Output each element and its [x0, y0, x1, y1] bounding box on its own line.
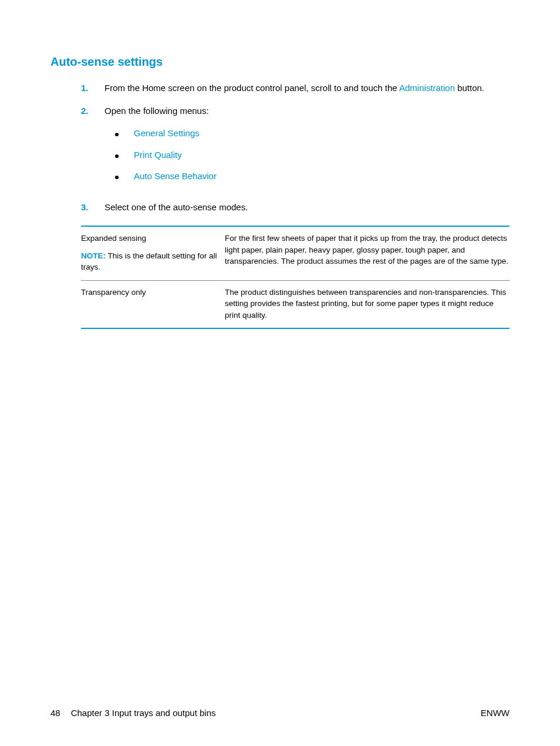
mode-note: NOTE: This is the default setting for al… [81, 250, 219, 273]
step-text: Open the following menus: General Settin… [104, 105, 510, 191]
step-2: 2. Open the following menus: General Set… [81, 105, 510, 191]
footer-right: ENWW [481, 708, 510, 718]
bullet-label: General Settings [134, 127, 200, 140]
page-number: 48 [50, 708, 60, 718]
mode-description: The product distinguishes between transp… [225, 287, 510, 321]
note-label: NOTE: [81, 251, 106, 260]
bullet-icon [115, 133, 119, 136]
bullet-icon [115, 176, 119, 179]
table-row: Expanded sensing NOTE: This is the defau… [81, 227, 510, 281]
step-number: 2. [81, 105, 104, 191]
bullet-icon [115, 154, 119, 158]
step-3: 3. Select one of the auto-sense modes. [81, 201, 510, 214]
mode-cell: Expanded sensing NOTE: This is the defau… [81, 233, 225, 273]
step-number: 1. [81, 82, 104, 95]
submenu-list: General Settings Print Quality Auto Sens… [115, 127, 510, 183]
page-footer: 48 Chapter 3 Input trays and output bins… [50, 708, 510, 718]
bullet-label: Print Quality [134, 149, 182, 162]
step-1-post: button. [455, 83, 484, 93]
bullet-label: Auto Sense Behavior [134, 170, 217, 183]
step-1: 1. From the Home screen on the product c… [81, 82, 510, 95]
step-text: From the Home screen on the product cont… [104, 82, 510, 95]
mode-description: For the first few sheets of paper that i… [225, 233, 510, 273]
step-3-pre: Select one of the auto-sense modes. [104, 202, 248, 212]
bullet-auto-sense-behavior: Auto Sense Behavior [115, 170, 510, 183]
step-2-pre: Open the following menus: [104, 106, 209, 116]
administration-term: Administration [399, 83, 455, 93]
chapter-title: Chapter 3 Input trays and output bins [71, 708, 216, 718]
mode-name: Transparency only [81, 287, 219, 298]
mode-cell: Transparency only [81, 287, 225, 321]
bullet-general-settings: General Settings [115, 127, 510, 140]
step-1-pre: From the Home screen on the product cont… [104, 83, 399, 93]
table-row: Transparency only The product distinguis… [81, 281, 510, 328]
step-text: Select one of the auto-sense modes. [104, 201, 510, 214]
auto-sense-modes-table: Expanded sensing NOTE: This is the defau… [81, 226, 510, 329]
section-heading: Auto-sense settings [50, 55, 510, 69]
bullet-print-quality: Print Quality [115, 149, 510, 162]
footer-left: 48 Chapter 3 Input trays and output bins [50, 708, 216, 718]
step-number: 3. [81, 201, 104, 214]
ordered-steps: 1. From the Home screen on the product c… [81, 82, 510, 214]
mode-name: Expanded sensing [81, 233, 219, 244]
